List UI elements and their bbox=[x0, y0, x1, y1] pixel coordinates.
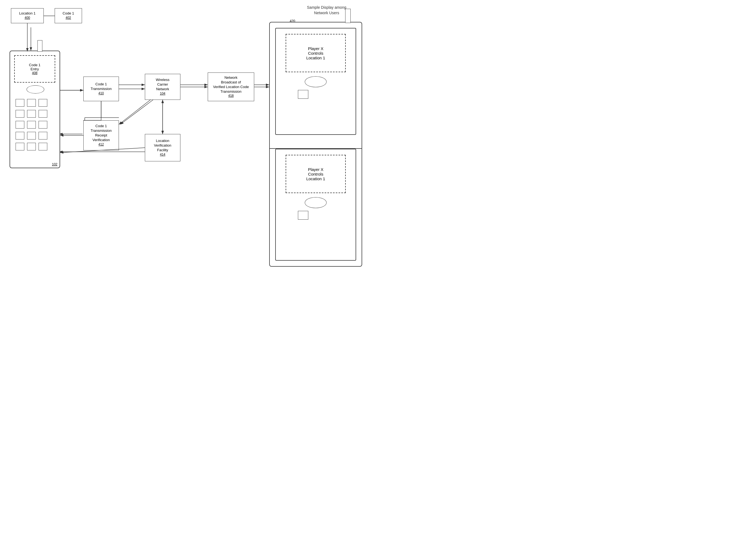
phone420-bottom-oval bbox=[305, 197, 327, 208]
btn-r5c2 bbox=[27, 143, 36, 150]
btn-r1c1 bbox=[16, 99, 24, 107]
phone420: Player X Controls Location 1 bbox=[269, 22, 362, 267]
location1-label: Location 1 bbox=[19, 11, 36, 16]
networkbroadcast-ref: 418 bbox=[228, 94, 234, 98]
locationverification-box: Location Verification Facility 414 bbox=[145, 134, 180, 161]
code1transmission-ref: 410 bbox=[98, 91, 104, 96]
networkbroadcast-box: Network Broadcast of Verified Location C… bbox=[208, 72, 254, 101]
phone420-top-oval bbox=[305, 76, 327, 87]
phone102: Code 1 Entry 408 102 bbox=[10, 51, 60, 168]
phone102-oval bbox=[27, 85, 44, 93]
playercontrols2-box: Player X Controls Location 1 bbox=[286, 155, 346, 193]
btn-r4c3 bbox=[39, 132, 47, 139]
sample-display-label: Sample Display among Network Users bbox=[287, 5, 366, 16]
code1-label: Code 1 bbox=[63, 11, 74, 16]
playercontrols2-label: Player X Controls Location 1 bbox=[306, 167, 325, 181]
bot-btn-r5c3 bbox=[298, 211, 308, 219]
btn-r3c1 bbox=[16, 121, 24, 128]
code1receipt-label: Code 1 Transmission Receipt Verification bbox=[91, 124, 112, 142]
btn-r2c1 bbox=[16, 110, 24, 118]
wirelesscarrier-box: Wireless Carrier Network 104 bbox=[145, 74, 180, 100]
wirelesscarrier-ref: 104 bbox=[160, 92, 165, 96]
btn-r2c2 bbox=[27, 110, 36, 118]
svg-line-9 bbox=[119, 97, 154, 124]
phone420-antenna bbox=[345, 9, 351, 23]
playercontrols1-label: Player X Controls Location 1 bbox=[306, 46, 325, 60]
code1transmission-box: Code 1 Transmission 410 bbox=[83, 77, 119, 101]
code1receipt-box: Code 1 Transmission Receipt Verification… bbox=[83, 120, 119, 150]
top-btn-r5c3 bbox=[298, 90, 308, 99]
btn-r4c2 bbox=[27, 132, 36, 139]
btn-r1c3 bbox=[39, 99, 47, 107]
networkbroadcast-label: Network Broadcast of Verified Location C… bbox=[213, 75, 249, 94]
playercontrols1-box: Player X Controls Location 1 bbox=[286, 34, 346, 72]
svg-line-25 bbox=[120, 100, 153, 124]
code1transmission-label: Code 1 Transmission bbox=[91, 82, 112, 91]
locationverification-ref: 414 bbox=[160, 153, 165, 157]
code1-ref: 402 bbox=[66, 16, 71, 20]
code1entry-label: Code 1 Entry bbox=[29, 63, 40, 71]
btn-r4c1 bbox=[16, 132, 24, 139]
code1entry-ref: 408 bbox=[32, 71, 37, 75]
wirelesscarrier-label: Wireless Carrier Network bbox=[156, 78, 169, 92]
btn-r5c3 bbox=[39, 143, 47, 150]
phone102-ref: 102 bbox=[52, 162, 57, 166]
btn-r2c3 bbox=[39, 110, 47, 118]
location1-ref: 400 bbox=[25, 16, 30, 20]
btn-r3c2 bbox=[27, 121, 36, 128]
btn-r3c3 bbox=[39, 121, 47, 128]
location1-box: Location 1 400 bbox=[11, 8, 44, 23]
btn-r5c1 bbox=[16, 143, 24, 150]
code1entry-box: Code 1 Entry 408 bbox=[14, 55, 55, 83]
code1receipt-ref: 412 bbox=[98, 142, 104, 147]
phone102-antenna bbox=[37, 40, 42, 52]
locationverification-label: Location Verification Facility bbox=[154, 139, 171, 153]
diagram-container: Location 1 400 Code 1 402 Code 1 Entry 4… bbox=[0, 0, 378, 274]
btn-r1c2 bbox=[27, 99, 36, 107]
code1-box: Code 1 402 bbox=[55, 8, 82, 23]
